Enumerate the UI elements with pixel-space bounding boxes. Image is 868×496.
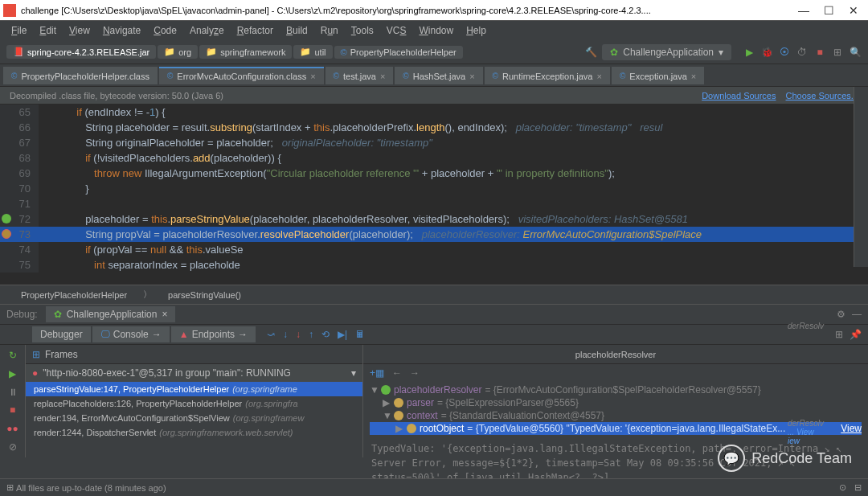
minimize-button[interactable]: — [798,4,809,17]
wechat-icon: 💬 [718,445,745,472]
tab-propertyplaceholderhelper[interactable]: ©PropertyPlaceholderHelper.class [3,67,158,84]
close-icon[interactable]: × [691,72,696,81]
breadcrumb-springframework[interactable]: 📁 springframework [199,45,292,59]
pause-icon[interactable]: ⏸ [6,386,19,398]
tab-errormvcautoconfiguration[interactable]: ©ErrorMvcAutoConfiguration.class× [159,67,324,84]
breakpoints-icon[interactable]: ●● [6,423,19,435]
download-sources-link[interactable]: Download Sources [702,91,776,100]
stack-frame[interactable]: replacePlaceholders:126, PropertyPlaceho… [26,396,362,411]
decompile-banner: Decompiled .class file, bytecode version… [0,87,868,105]
debug-button[interactable]: 🐞 [760,46,773,59]
crumb-sep: 〉 [138,289,157,301]
step-into-icon[interactable]: ↓ [283,329,288,340]
breadcrumb-jar[interactable]: 📕 spring-core-4.2.3.RELEASE.jar [6,45,156,59]
rerun-icon[interactable]: ↻ [6,350,19,362]
tab-runtimeexception[interactable]: ©RuntimeException.java× [485,67,610,84]
stop-icon[interactable]: ■ [6,404,19,416]
step-over-icon[interactable]: ⤻ [267,329,275,340]
banner-text: Decompiled .class file, bytecode version… [10,91,223,100]
crumb-class[interactable]: PropertyPlaceholderHelper [16,290,132,300]
debug-session-tab[interactable]: ✿ ChallengeApplication × [46,306,176,322]
step-out-icon[interactable]: ↑ [309,329,313,340]
menu-file[interactable]: File [6,23,31,38]
menu-analyze[interactable]: Analyze [185,23,229,38]
layout-button[interactable]: ⊞ [831,46,844,59]
menu-vcs[interactable]: VCS [382,23,411,38]
frames-icon: ⊞ [32,349,40,360]
stack-frame[interactable]: parseStringValue:147, PropertyPlaceholde… [26,382,362,396]
choose-sources-link[interactable]: Choose Sources... [786,91,859,100]
field-icon [407,424,416,433]
run-config-area: 🔨 ✿ ChallengeApplication ▾ ▶ 🐞 ⦿ ⏱ ■ ⊞ 🔍 [585,44,862,60]
thread-icon: ● [32,367,38,379]
stack-frame[interactable]: render:194, ErrorMvcAutoConfiguration$Sp… [26,411,362,425]
window-title: challenge [C:\Users\z\Desktop\java\SpEL\… [21,6,798,15]
run-button[interactable]: ▶ [743,46,755,59]
back-icon[interactable]: ← [392,367,402,379]
close-icon[interactable]: × [162,309,167,320]
frames-panel: ⊞ Frames ● "http-nio-8080-exec-1"@5,317 … [26,345,363,457]
menu-refactor[interactable]: Refactor [232,23,278,38]
spring-icon: ✿ [54,309,62,320]
endpoints-tab[interactable]: ▲ Endpoints → [171,326,256,342]
close-icon[interactable]: × [597,72,602,81]
run-to-cursor-icon[interactable]: ▶| [338,329,347,340]
status-text: All files are up-to-date (8 minutes ago) [16,483,166,493]
memory-icon[interactable]: ⊟ [854,482,862,493]
stack-frame[interactable]: render:1244, DispatcherServlet(org.sprin… [26,425,362,440]
minimize-icon[interactable]: — [852,309,862,320]
close-icon[interactable]: × [310,72,315,81]
tab-test[interactable]: ©test.java× [326,67,394,84]
console-tab[interactable]: 🖵 Console → [92,326,170,342]
tab-exception[interactable]: ©Exception.java× [612,67,704,84]
breadcrumb: 📕 spring-core-4.2.3.RELEASE.jar 📁 org 📁 … [6,45,585,59]
breadcrumb-util[interactable]: 📁 util [293,45,332,59]
breadcrumb-class[interactable]: © PropertyPlaceholderHelper [334,46,463,59]
menu-run[interactable]: Run [316,23,343,38]
coverage-button[interactable]: ⦿ [778,46,791,59]
menubar: File Edit View Navigate Code Analyze Ref… [0,21,868,40]
debug-toolbar: Debugger 🖵 Console → ▲ Endpoints → ⤻ ↓ ↓… [0,324,868,345]
app-icon [3,4,16,17]
property-icon [394,411,403,420]
menu-build[interactable]: Build [281,23,313,38]
thread-selector[interactable]: ● "http-nio-8080-exec-1"@5,317 in group … [26,364,362,382]
force-step-into-icon[interactable]: ↓ [296,329,301,340]
menu-help[interactable]: Help [461,23,491,38]
forward-icon[interactable]: → [410,367,420,379]
close-icon[interactable]: × [469,72,474,81]
tab-hashset[interactable]: ©HashSet.java× [395,67,482,84]
debugger-tab[interactable]: Debugger [32,326,91,342]
close-button[interactable]: ✕ [849,4,858,17]
debug-titlebar: Debug: ✿ ChallengeApplication × ⚙ — [0,305,868,324]
new-watch-icon[interactable]: +▦ [370,367,384,379]
search-button[interactable]: 🔍 [849,46,862,59]
menu-edit[interactable]: Edit [35,23,61,38]
menu-navigate[interactable]: Navigate [98,23,145,38]
drop-frame-icon[interactable]: ⟲ [321,329,330,340]
menu-code[interactable]: Code [149,23,182,38]
debug-panel: Debug: ✿ ChallengeApplication × ⚙ — Debu… [0,304,868,457]
stop-button[interactable]: ■ [813,46,826,59]
evaluate-icon[interactable]: 🖩 [355,329,365,340]
breadcrumb-org[interactable]: 📁 org [158,45,198,59]
status-icon: ⊞ [6,482,14,493]
resume-icon[interactable]: ▶ [6,368,19,380]
profile-button[interactable]: ⏱ [796,46,809,59]
menu-tools[interactable]: Tools [346,23,379,38]
settings-icon[interactable]: ⚙ [837,309,845,320]
chevron-down-icon: ▾ [351,367,356,379]
close-icon[interactable]: × [380,72,385,81]
menu-view[interactable]: View [64,23,95,38]
build-icon[interactable]: 🔨 [585,47,597,58]
menu-window[interactable]: Window [414,23,458,38]
app-icon [381,385,391,395]
editor-scrollbar[interactable] [854,87,868,267]
run-config-dropdown[interactable]: ✿ ChallengeApplication ▾ [602,44,731,60]
code-editor[interactable]: 65 if (endIndex != -1) {66 String placeh… [0,105,868,285]
event-log-icon[interactable]: ⊙ [839,482,846,493]
maximize-button[interactable]: ☐ [824,4,834,17]
crumb-method[interactable]: parseStringValue() [163,290,246,300]
debug-side-actions: ↻ ▶ ⏸ ■ ●● ⊘ [0,345,26,457]
mute-breakpoints-icon[interactable]: ⊘ [6,441,19,453]
